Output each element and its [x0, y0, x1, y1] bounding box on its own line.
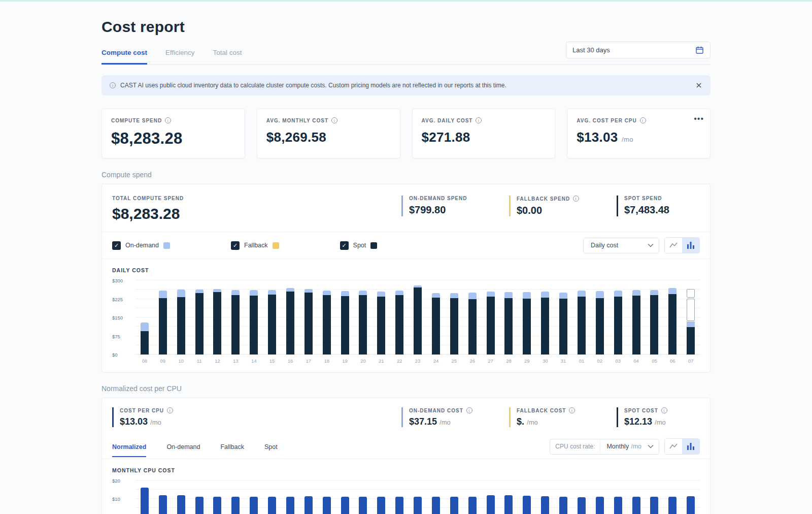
info-icon[interactable]: [476, 117, 482, 123]
bar-segment: [177, 495, 185, 514]
bar-segment: [195, 293, 204, 355]
bar-segment: [487, 495, 495, 514]
section-title-cpu-cost: Normalized cost per CPU: [101, 384, 710, 393]
bar-column: 08: [136, 280, 154, 367]
tab-total-cost[interactable]: Total cost: [213, 49, 242, 65]
bar-segment: [231, 290, 240, 295]
bar-column: 28: [500, 280, 518, 367]
bar-column: 24: [427, 280, 445, 367]
bar-column: 14: [245, 480, 263, 514]
bar-segment: [687, 322, 695, 327]
bar-segment: [504, 495, 513, 514]
cpu-cost-rate-select[interactable]: CPU cost rate: Monthly /mo: [550, 439, 659, 455]
daily-cost-plot: $0$75$150$225$300 0809101112131415161718…: [112, 280, 700, 367]
info-icon[interactable]: [573, 196, 579, 202]
x-axis-label: 10: [178, 358, 184, 364]
legend-toggle-fallback[interactable]: ✓ Fallback: [231, 241, 279, 250]
info-icon[interactable]: [569, 407, 575, 413]
info-icon[interactable]: [466, 407, 472, 413]
tab-fallback[interactable]: Fallback: [220, 443, 244, 457]
info-icon[interactable]: [165, 117, 171, 123]
date-range-value: Last 30 days: [572, 46, 610, 54]
chevron-down-icon: [648, 243, 654, 247]
bar-segment: [377, 497, 385, 514]
chart-title: MONTHLY CPU COST: [112, 467, 700, 473]
info-icon[interactable]: [661, 407, 667, 413]
bar-chart-toggle[interactable]: [682, 238, 699, 253]
bar-segment: [487, 297, 495, 355]
bar-segment: [159, 495, 167, 514]
legend-toggle-on-demand[interactable]: ✓ On-demand: [112, 241, 170, 250]
bar-segment: [304, 293, 313, 355]
line-chart-toggle[interactable]: [665, 439, 682, 454]
bar-segment: [359, 291, 367, 295]
bar-segment: [668, 497, 676, 514]
bar-column: 22: [390, 480, 409, 514]
bar-column: 18: [318, 480, 336, 514]
tab-on-demand[interactable]: On-demand: [166, 443, 200, 457]
bar-column: 21: [372, 480, 390, 514]
stat-value: $8,283.28: [111, 130, 235, 148]
stat-value: $271.88: [422, 130, 546, 145]
bar-column: 31: [554, 480, 572, 514]
bar-segment: [213, 292, 221, 355]
stat-value: $.: [517, 416, 524, 427]
bar-segment: [286, 292, 294, 355]
bar-column: 03: [609, 480, 627, 514]
close-icon[interactable]: [695, 82, 702, 89]
bar-segment: [523, 292, 531, 299]
x-axis-label: 29: [524, 358, 530, 364]
bar-segment: [614, 291, 622, 297]
bar-column: 22: [390, 280, 409, 367]
bar-segment: [141, 488, 149, 514]
bar-segment: [359, 497, 367, 514]
bar-column: 31: [554, 280, 572, 367]
tab-compute-cost[interactable]: Compute cost: [101, 49, 147, 65]
date-range-picker[interactable]: Last 30 days: [566, 42, 710, 58]
bar-column: 10: [172, 480, 190, 514]
bar-segment: [687, 327, 695, 355]
x-axis-label: 22: [397, 358, 402, 364]
bar-segment: [141, 331, 149, 355]
stat-cards-row: COMPUTE SPEND $8,283.28 AVG. MONTHLY COS…: [101, 109, 710, 158]
info-icon[interactable]: [167, 407, 173, 413]
tab-normalized[interactable]: Normalized: [112, 443, 146, 457]
bar-column: 25: [445, 480, 463, 514]
info-icon[interactable]: [331, 117, 337, 123]
info-icon[interactable]: [640, 117, 646, 123]
chevron-down-icon: [646, 444, 659, 448]
chart-title: DAILY COST: [112, 267, 700, 273]
projected-bar-segment: [687, 299, 695, 321]
bar-segment: [395, 291, 403, 295]
tab-efficiency[interactable]: Efficiency: [165, 49, 195, 65]
stat-card-avg-daily-cost: AVG. DAILY COST $271.88: [412, 109, 556, 158]
stat-value-suffix: /mo: [439, 419, 451, 426]
spot-cost: SPOT COST $12.13 /mo: [617, 407, 693, 427]
bar-segment: [650, 497, 658, 514]
granularity-select[interactable]: Daily cost: [583, 238, 659, 253]
bar-segment: [614, 297, 622, 355]
line-chart-toggle[interactable]: [665, 238, 682, 253]
bar-segment: [668, 288, 676, 295]
more-options-icon[interactable]: •••: [694, 114, 704, 123]
bar-segment: [341, 291, 349, 296]
info-banner-text: CAST AI uses public cloud inventory data…: [120, 82, 506, 89]
bar-column: 28: [500, 480, 518, 514]
cpu-cost-card: COST PER CPU $13.03 /mo ON-DEMAND COST $…: [101, 398, 710, 514]
bar-column: 02: [591, 280, 609, 367]
bar-segment: [250, 296, 258, 355]
bar-column: 24: [427, 480, 445, 514]
bar-column: 14: [245, 280, 263, 367]
bar-segment: [578, 497, 586, 514]
bar-segment: [468, 293, 477, 299]
bar-segment: [341, 296, 349, 355]
tab-spot[interactable]: Spot: [264, 443, 278, 457]
bar-column: 09: [154, 280, 172, 367]
x-axis-label: 02: [597, 358, 603, 364]
bar-chart-toggle[interactable]: [682, 439, 699, 454]
legend-toggle-spot[interactable]: ✓ Spot: [340, 241, 378, 250]
rate-value: Monthly: [606, 443, 629, 450]
bar-segment: [268, 497, 276, 514]
bar-segment: [541, 292, 549, 298]
bar-segment: [195, 290, 204, 293]
